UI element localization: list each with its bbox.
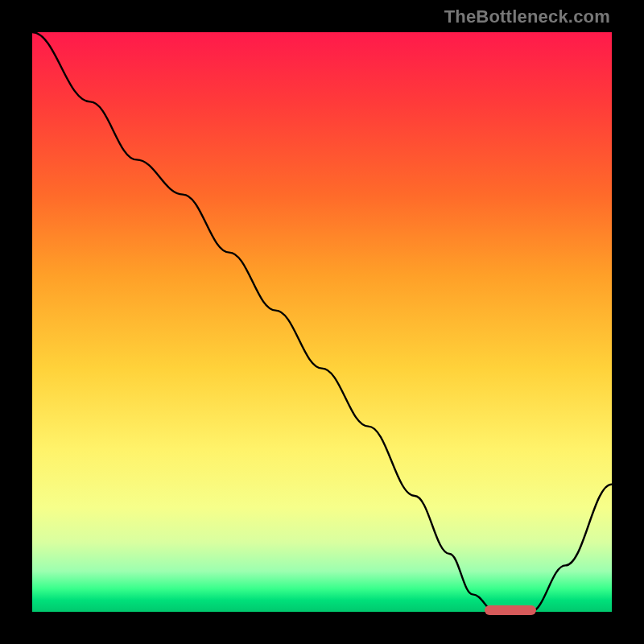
plot-area [32,32,612,612]
chart-frame: TheBottleneck.com [0,0,644,644]
bottleneck-curve [32,32,612,612]
curve-layer [32,32,612,612]
optimal-range-marker [485,605,537,615]
watermark: TheBottleneck.com [444,6,610,27]
